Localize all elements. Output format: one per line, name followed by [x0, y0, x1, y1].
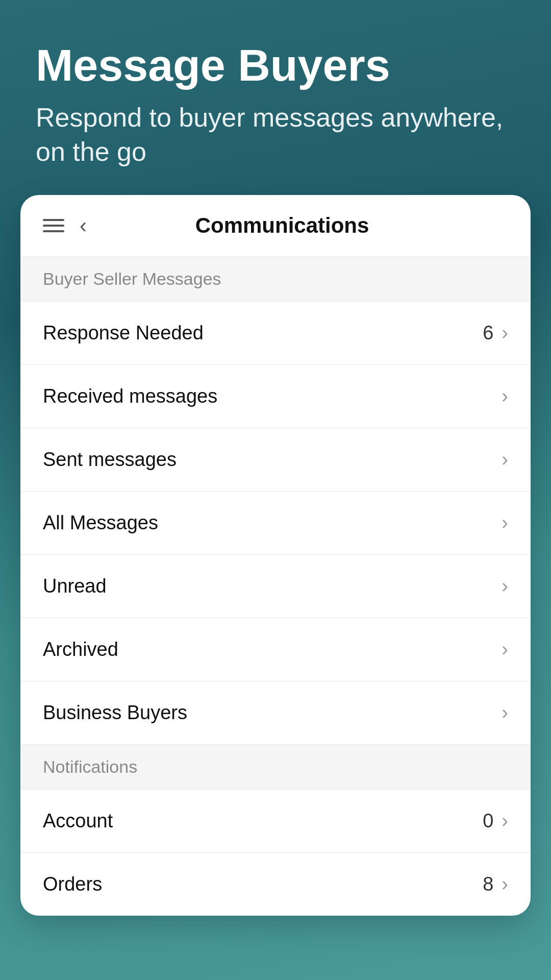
list-item-label-sent-messages: Sent messages — [43, 449, 177, 471]
hamburger-icon[interactable] — [43, 219, 64, 232]
list-item-response-needed[interactable]: Response Needed 6 › — [20, 302, 531, 365]
list-item-unread[interactable]: Unread › — [20, 555, 531, 618]
list-item-label-orders: Orders — [43, 873, 102, 895]
list-item-label-unread: Unread — [43, 575, 107, 597]
list-item-orders[interactable]: Orders 8 › — [20, 853, 531, 916]
chevron-right-icon: › — [502, 640, 508, 659]
list-item-label-response-needed: Response Needed — [43, 322, 204, 344]
card-header: ‹ Communications — [20, 195, 531, 257]
chevron-right-icon: › — [502, 811, 508, 830]
header-title: Communications — [97, 213, 467, 238]
list-item-business-buyers[interactable]: Business Buyers › — [20, 681, 531, 745]
chevron-right-icon: › — [502, 323, 508, 342]
section-buyer-seller-messages: Buyer Seller Messages — [20, 257, 531, 302]
list-item-count-response-needed: 6 — [483, 322, 493, 344]
list-item-count-account: 0 — [483, 810, 493, 832]
section-header-label: Buyer Seller Messages — [43, 269, 221, 288]
chevron-right-icon: › — [502, 450, 508, 469]
list-item-label-all-messages: All Messages — [43, 512, 158, 534]
hero-subtitle: Respond to buyer messages anywhere, on t… — [36, 101, 515, 169]
main-card: ‹ Communications Buyer Seller Messages R… — [20, 195, 531, 916]
section-header-label-notifications: Notifications — [43, 757, 137, 776]
list-item-label-received-messages: Received messages — [43, 385, 217, 407]
list-item-count-orders: 8 — [483, 873, 493, 895]
chevron-right-icon: › — [502, 576, 508, 596]
section-notifications: Notifications — [20, 745, 531, 790]
hero-title: Message Buyers — [36, 41, 515, 90]
list-item-label-business-buyers: Business Buyers — [43, 702, 187, 724]
list-item-all-messages[interactable]: All Messages › — [20, 492, 531, 555]
list-item-account[interactable]: Account 0 › — [20, 790, 531, 853]
chevron-right-icon: › — [502, 513, 508, 532]
hero-section: Message Buyers Respond to buyer messages… — [20, 41, 531, 195]
chevron-right-icon: › — [502, 386, 508, 406]
back-icon[interactable]: ‹ — [80, 215, 87, 236]
list-item-sent-messages[interactable]: Sent messages › — [20, 428, 531, 492]
list-item-label-archived: Archived — [43, 639, 118, 660]
chevron-right-icon: › — [502, 703, 508, 722]
list-item-received-messages[interactable]: Received messages › — [20, 365, 531, 428]
list-item-archived[interactable]: Archived › — [20, 618, 531, 681]
list-item-label-account: Account — [43, 810, 113, 832]
chevron-right-icon: › — [502, 874, 508, 894]
